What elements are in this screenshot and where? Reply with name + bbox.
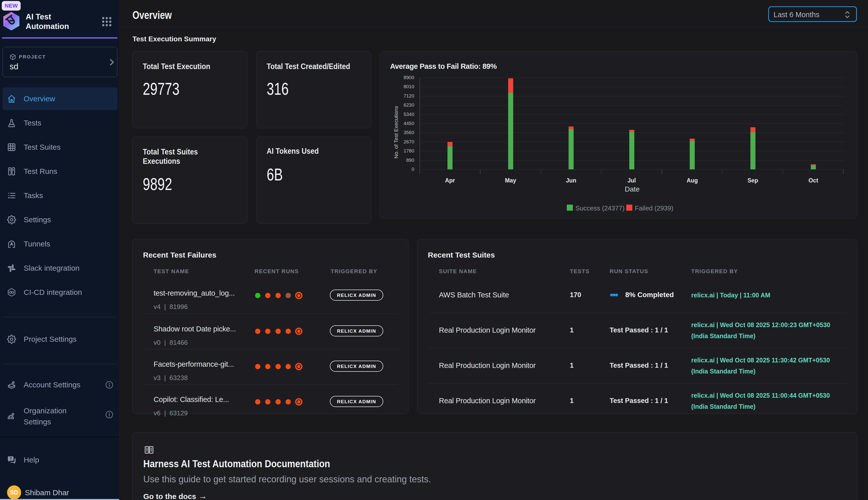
svg-text:?: ? (9, 457, 12, 461)
